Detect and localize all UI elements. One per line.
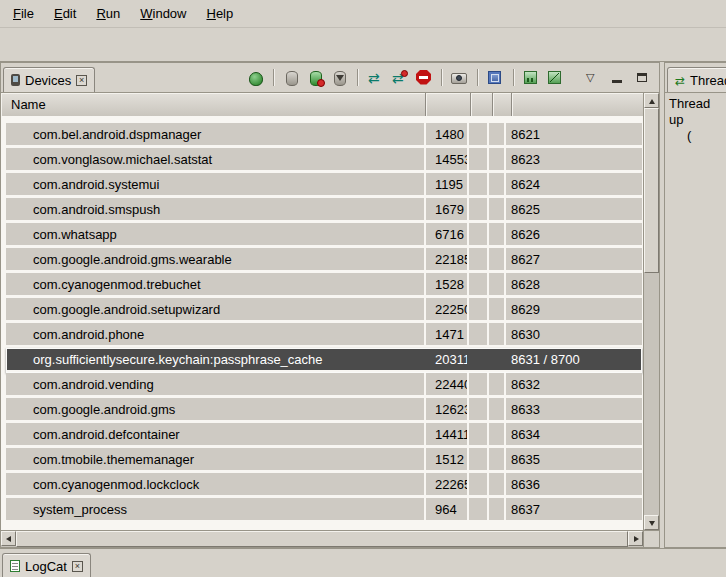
- horizontal-scrollbar-thumb[interactable]: [16, 531, 628, 547]
- scroll-right-icon[interactable]: [628, 531, 643, 546]
- empty-cell: [469, 398, 489, 420]
- process-name-cell: com.whatsapp: [6, 223, 426, 245]
- process-name-cell: com.android.smspush: [6, 198, 426, 220]
- device-process-row[interactable]: com.bel.android.dspmanager 1480 8621: [6, 123, 642, 148]
- stop-process-icon[interactable]: [415, 70, 432, 86]
- device-process-row[interactable]: com.android.phone 1471 8630: [6, 323, 642, 348]
- scroll-up-icon[interactable]: [644, 93, 659, 108]
- stop-method-profiling-icon[interactable]: [391, 70, 408, 86]
- dump-hprof-icon[interactable]: [307, 70, 324, 86]
- process-name-cell: com.cyanogenmod.lockclock: [6, 473, 426, 495]
- empty-cell: [469, 473, 489, 495]
- empty-cell: [489, 298, 506, 320]
- threads-message-line2: (: [669, 128, 722, 144]
- empty-cell: [489, 423, 506, 445]
- device-process-row[interactable]: com.tmobile.thememanager 1512 8635: [6, 448, 642, 473]
- process-port-cell: 8623: [506, 148, 642, 170]
- dump-view-hierarchy-icon[interactable]: [487, 70, 504, 86]
- empty-cell: [489, 473, 506, 495]
- toolbar-separator: [477, 69, 478, 86]
- device-process-row[interactable]: com.google.android.gms 12623 8633: [6, 398, 642, 423]
- empty-cell: [489, 373, 506, 395]
- process-port-cell: 8636: [506, 473, 642, 495]
- empty-cell: [469, 273, 489, 295]
- scrollbar-corner: [643, 530, 659, 547]
- empty-cell: [469, 423, 489, 445]
- device-table-header: Name: [1, 93, 643, 117]
- device-process-row[interactable]: com.android.smspush 1679 8625: [6, 198, 642, 223]
- device-process-row[interactable]: com.google.android.gms.wearable 22185 86…: [6, 248, 642, 273]
- threads-view: Threads Thread up (: [664, 62, 726, 548]
- threads-tabbar: Threads: [665, 63, 726, 93]
- device-table: Name com.bel.android.dspmanager 1480 862…: [1, 93, 659, 547]
- process-name-cell: system_process: [6, 498, 426, 520]
- menu-window[interactable]: Window: [130, 2, 196, 25]
- process-port-cell: 8624: [506, 173, 642, 195]
- view-menu-icon[interactable]: [584, 70, 601, 86]
- device-process-row[interactable]: system_process 964 8637: [6, 498, 642, 523]
- device-process-row[interactable]: com.cyanogenmod.lockclock 22265 8636: [6, 473, 642, 498]
- process-name-cell: com.android.systemui: [6, 173, 426, 195]
- process-pid-cell: 1679: [426, 198, 469, 220]
- scroll-left-icon[interactable]: [1, 531, 16, 546]
- cause-gc-icon[interactable]: [331, 70, 348, 86]
- close-icon[interactable]: ×: [72, 561, 83, 572]
- screen-capture-icon[interactable]: [451, 70, 468, 86]
- debug-process-icon[interactable]: [247, 70, 264, 86]
- device-process-row[interactable]: com.whatsapp 6716 8626: [6, 223, 642, 248]
- empty-cell: [469, 198, 489, 220]
- logcat-tab-icon: [10, 560, 20, 572]
- update-threads-icon[interactable]: [367, 70, 384, 86]
- threads-tab-icon: [675, 73, 685, 88]
- device-process-row[interactable]: com.cyanogenmod.trebuchet 1528 8628: [6, 273, 642, 298]
- logcat-tab-label: LogCat: [25, 559, 67, 574]
- start-opengl-trace-icon[interactable]: [547, 70, 564, 86]
- empty-cell: [489, 223, 506, 245]
- empty-cell: [489, 173, 506, 195]
- main-toolbar: [0, 28, 726, 62]
- process-pid-cell: 6716: [426, 223, 469, 245]
- tab-threads[interactable]: Threads: [667, 67, 726, 92]
- minimize-icon[interactable]: [609, 70, 626, 86]
- horizontal-scrollbar: [1, 530, 643, 547]
- toolbar-separator: [441, 69, 442, 86]
- tab-logcat[interactable]: LogCat ×: [2, 553, 91, 577]
- close-icon[interactable]: ×: [76, 75, 87, 86]
- devices-tab-label: Devices: [25, 73, 71, 88]
- empty-cell: [469, 348, 489, 370]
- empty-cell: [489, 198, 506, 220]
- process-pid-cell: 22440: [426, 373, 469, 395]
- maximize-icon[interactable]: [634, 70, 651, 86]
- process-pid-cell: 12623: [426, 398, 469, 420]
- capture-systrace-icon[interactable]: [523, 70, 540, 86]
- menu-file[interactable]: File: [3, 2, 44, 25]
- tab-devices[interactable]: Devices ×: [3, 67, 95, 92]
- device-process-row[interactable]: com.google.android.setupwizard 22250 862…: [6, 298, 642, 323]
- device-process-row[interactable]: com.android.defcontainer 14411 8634: [6, 423, 642, 448]
- process-name-cell: com.android.defcontainer: [6, 423, 426, 445]
- device-process-row[interactable]: com.vonglasow.michael.satstat 14553 8623: [6, 148, 642, 173]
- process-port-cell: 8621: [506, 123, 642, 145]
- process-name-cell: org.sufficientlysecure.keychain:passphra…: [6, 348, 426, 370]
- menu-edit[interactable]: Edit: [44, 2, 86, 25]
- update-heap-icon[interactable]: [283, 70, 300, 86]
- empty-cell: [489, 348, 506, 370]
- process-name-cell: com.bel.android.dspmanager: [6, 123, 426, 145]
- empty-cell: [469, 448, 489, 470]
- process-port-cell: 8631 / 8700: [506, 348, 642, 370]
- devices-tabbar: Devices ×: [1, 63, 659, 93]
- column-header-empty: [493, 93, 512, 116]
- scroll-down-icon[interactable]: [644, 515, 659, 530]
- device-process-row[interactable]: com.android.systemui 1195 8624: [6, 173, 642, 198]
- process-pid-cell: 964: [426, 498, 469, 520]
- vertical-scrollbar-thumb[interactable]: [644, 108, 659, 273]
- empty-cell: [469, 298, 489, 320]
- menu-run[interactable]: Run: [86, 2, 130, 25]
- device-process-row[interactable]: com.android.vending 22440 8632: [6, 373, 642, 398]
- empty-cell: [469, 148, 489, 170]
- device-process-row[interactable]: org.sufficientlysecure.keychain:passphra…: [6, 348, 642, 373]
- toolbar-separator: [273, 69, 274, 86]
- devices-view: Devices × Name com.bel.android.dspmanage…: [0, 62, 660, 548]
- logcat-bar: LogCat ×: [0, 548, 726, 577]
- menu-help[interactable]: Help: [196, 2, 243, 25]
